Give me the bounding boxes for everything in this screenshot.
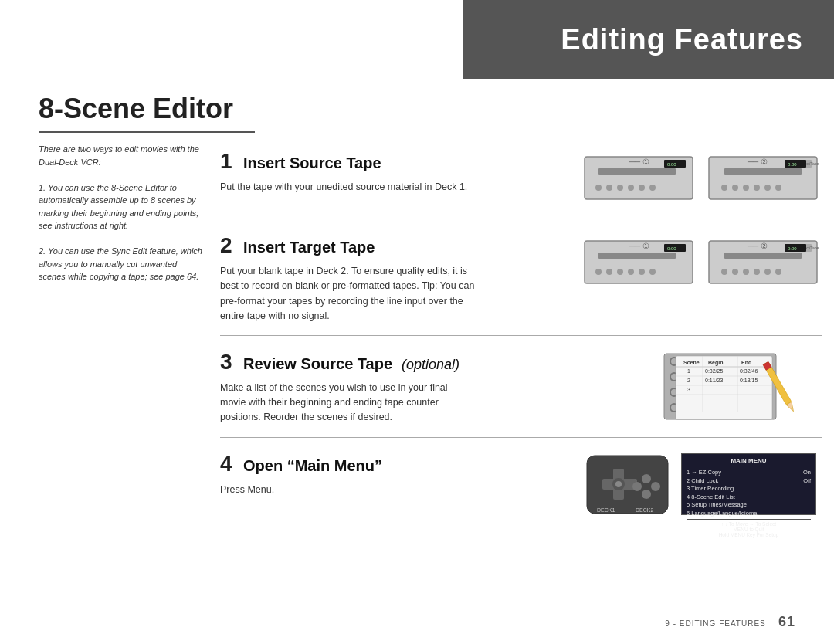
svg-point-2 xyxy=(595,185,602,191)
step-1-section: 1 Insert Source Tape Put the tape with y… xyxy=(220,135,822,219)
svg-point-26 xyxy=(595,269,602,275)
step-2-title: 2 Insert Target Tape xyxy=(220,233,568,258)
svg-text:2: 2 xyxy=(687,378,690,383)
svg-text:DECK1: DECK1 xyxy=(597,507,615,513)
menu-item-1: 1 → EZ Copy On xyxy=(687,469,811,476)
step-4-body: Press Menu. xyxy=(220,483,475,497)
svg-rect-25 xyxy=(598,253,676,259)
menu-item-1-value: On xyxy=(803,469,811,476)
svg-point-16 xyxy=(775,185,781,191)
menu-item-3-label: 3 Timer Recording xyxy=(687,485,734,492)
header-title: Editing Features xyxy=(561,23,803,56)
main-menu-screen: MAIN MENU 1 → EZ Copy On 2 Child Lock Of… xyxy=(681,453,816,515)
svg-text:0:11/23: 0:11/23 xyxy=(705,378,723,383)
svg-text:0:00: 0:00 xyxy=(667,162,676,167)
svg-point-6 xyxy=(639,185,645,191)
menu-item-5: 5 Setup Titles/Message xyxy=(687,501,811,508)
svg-point-36 xyxy=(732,269,738,275)
menu-footer-2: MENU to Quit xyxy=(687,527,811,532)
svg-point-4 xyxy=(617,185,623,191)
svg-text:── ①: ── ① xyxy=(629,242,649,250)
svg-point-38 xyxy=(754,269,760,275)
step-3-notebook-image: Scene Begin End 1 0:32/25 0:32/46 2 0:11… xyxy=(653,350,822,426)
svg-text:0:13/15: 0:13/15 xyxy=(740,378,758,383)
step-3-number: 3 xyxy=(220,350,237,375)
svg-rect-10 xyxy=(724,168,802,175)
svg-text:0:32/25: 0:32/25 xyxy=(705,368,723,374)
svg-text:Begin: Begin xyxy=(708,360,723,366)
svg-rect-1 xyxy=(598,168,676,175)
svg-point-30 xyxy=(639,269,645,275)
menu-item-2-value: Off xyxy=(803,477,811,484)
svg-point-81 xyxy=(615,481,622,487)
svg-point-29 xyxy=(628,269,634,275)
left-notes: There are two ways to edit movies with t… xyxy=(39,143,205,283)
svg-point-79 xyxy=(642,490,651,499)
svg-text:Scene: Scene xyxy=(683,360,700,365)
step-3-heading: Review Source Tape xyxy=(243,355,392,373)
svg-point-37 xyxy=(743,269,749,275)
step-4-menu-image: DECK1 DECK2 MAIN MENU 1 → EZ Copy On 2 C… xyxy=(583,452,822,517)
svg-point-5 xyxy=(628,185,634,191)
svg-point-28 xyxy=(617,269,623,275)
menu-item-6: 6 Language/Langue/Idioma xyxy=(687,510,811,517)
vcr-svg-1: ── ① ── ② Eject/Tape 0 xyxy=(583,149,819,205)
svg-point-11 xyxy=(721,185,727,191)
step-1-vcr-image: ── ① ── ② Eject/Tape 0 xyxy=(583,149,822,208)
main-content: 1 Insert Source Tape Put the tape with y… xyxy=(220,135,822,528)
page-title: 8-Scene Editor xyxy=(39,93,255,133)
svg-text:End: End xyxy=(741,360,751,365)
step-2-body: Put your blank tape in Deck 2. To ensure… xyxy=(220,264,475,324)
svg-point-77 xyxy=(642,474,651,483)
svg-point-78 xyxy=(651,482,660,491)
menu-item-4: 4 8-Scene Edit List xyxy=(687,493,811,500)
page-footer: 9 - Editing Features 61 xyxy=(665,614,795,630)
svg-point-35 xyxy=(721,269,727,275)
svg-point-15 xyxy=(764,185,771,191)
step-4-number: 4 xyxy=(220,452,237,476)
menu-footer-1: ↑ ↓ To Move → To Select xyxy=(687,521,811,527)
step-1-heading: Insert Source Tape xyxy=(243,154,381,172)
menu-item-2: 2 Child Lock Off xyxy=(687,477,811,484)
menu-item-1-label: 1 → EZ Copy xyxy=(687,469,721,476)
svg-text:3: 3 xyxy=(687,387,690,392)
svg-text:0:00: 0:00 xyxy=(788,162,797,167)
left-note-1: There are two ways to edit movies with t… xyxy=(39,143,205,168)
step-4-section: 4 Open “Main Menu” Press Menu. xyxy=(220,438,822,528)
menu-screen-title: MAIN MENU xyxy=(687,457,811,466)
left-note-2: 1. You can use the 8-Scene Editor to aut… xyxy=(39,181,205,232)
svg-point-3 xyxy=(606,185,612,191)
step-4-title: 4 Open “Main Menu” xyxy=(220,452,568,476)
step-1-title: 1 Insert Source Tape xyxy=(220,149,568,174)
svg-text:── ①: ── ① xyxy=(629,158,649,166)
svg-point-40 xyxy=(775,269,781,275)
step-2-vcr-image: ── ① ── ② Eject/Tape 0:00 0:00 xyxy=(583,233,822,292)
svg-point-27 xyxy=(606,269,612,275)
left-note-3: 2. You can use the Sync Edit feature, wh… xyxy=(39,245,205,283)
footer-page-number: 61 xyxy=(778,614,795,629)
svg-text:0:00: 0:00 xyxy=(788,246,797,251)
step-1-body: Put the tape with your unedited source m… xyxy=(220,180,475,195)
step-4-text: 4 Open “Main Menu” Press Menu. xyxy=(220,452,568,497)
svg-text:DECK2: DECK2 xyxy=(636,507,653,513)
svg-point-39 xyxy=(764,269,771,275)
menu-item-4-label: 4 8-Scene Edit List xyxy=(687,493,735,500)
header-banner: Editing Features xyxy=(463,0,834,79)
svg-text:0:00: 0:00 xyxy=(667,246,676,251)
svg-point-14 xyxy=(754,185,760,191)
svg-point-12 xyxy=(732,185,738,191)
step-2-section: 2 Insert Target Tape Put your blank tape… xyxy=(220,219,822,336)
menu-footer-3: Hold MENU Key For Setup xyxy=(687,532,811,537)
step-3-section: 3 Review Source Tape (optional) Make a l… xyxy=(220,336,822,438)
menu-footer: ↑ ↓ To Move → To Select MENU to Quit Hol… xyxy=(687,519,811,537)
step-2-number: 2 xyxy=(220,233,237,258)
step-1-text: 1 Insert Source Tape Put the tape with y… xyxy=(220,149,568,195)
step-3-heading-optional: (optional) xyxy=(402,357,459,373)
svg-point-80 xyxy=(632,482,642,491)
controller-svg: DECK1 DECK2 xyxy=(583,452,672,517)
svg-text:── ②: ── ② xyxy=(747,158,768,166)
step-2-text: 2 Insert Target Tape Put your blank tape… xyxy=(220,233,568,324)
step-3-body: Make a list of the scenes you wish to us… xyxy=(220,381,475,425)
notebook-svg: Scene Begin End 1 0:32/25 0:32/46 2 0:11… xyxy=(653,350,815,423)
svg-text:0:32/46: 0:32/46 xyxy=(740,368,758,374)
